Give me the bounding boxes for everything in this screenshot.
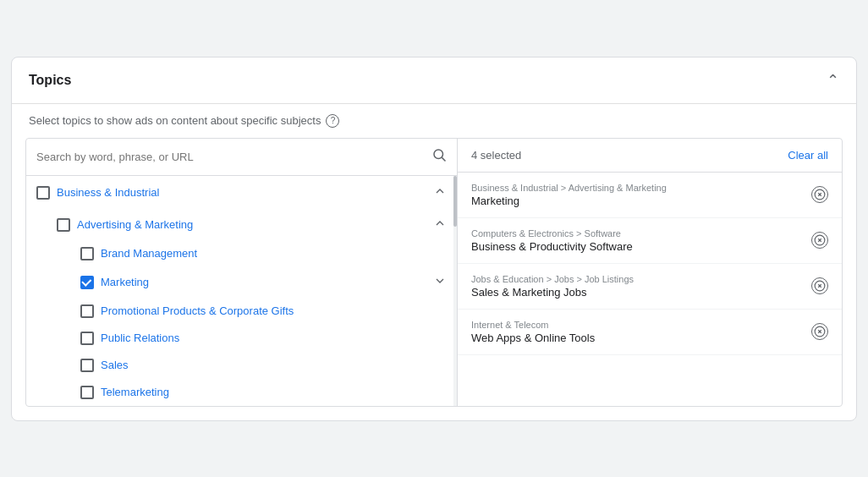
clear-all-button[interactable]: Clear all [788, 149, 828, 162]
name-software: Business & Productivity Software [471, 240, 805, 253]
breadcrumb-marketing: Business & Industrial > Advertising & Ma… [471, 183, 805, 193]
tree-item-telemarketing[interactable]: Telemarketing [26, 379, 457, 406]
tree-item-marketing[interactable]: Marketing [26, 267, 457, 298]
selected-item-jobs: Jobs & Education > Jobs > Job Listings S… [458, 264, 842, 310]
scrollbar-track [453, 176, 457, 406]
tree-item-brand-management[interactable]: Brand Management [26, 240, 457, 267]
panel-title: Topics [29, 73, 71, 88]
selected-item-software: Computers & Electronics > Software Busin… [458, 218, 842, 264]
breadcrumb-software: Computers & Electronics > Software [471, 228, 805, 238]
checkbox-telemarketing[interactable] [80, 386, 94, 399]
tree-item-public-relations[interactable]: Public Relations [26, 325, 457, 352]
label-business-industrial: Business & Industrial [57, 186, 426, 199]
left-panel: Business & Industrial Advertising & Mark… [26, 139, 458, 406]
help-icon[interactable]: ? [326, 114, 339, 128]
topics-panel: Topics ⌃ Select topics to show ads on co… [11, 57, 857, 421]
selected-item-marketing: Business & Industrial > Advertising & Ma… [458, 173, 842, 218]
selected-item-webapps: Internet & Telecom Web Apps & Online Too… [458, 310, 842, 355]
panel-subtitle: Select topics to show ads on content abo… [12, 104, 856, 138]
chevron-up-business-industrial[interactable] [433, 184, 447, 201]
checkbox-promotional-products[interactable] [80, 304, 94, 318]
svg-line-1 [442, 157, 445, 161]
label-sales: Sales [101, 359, 447, 371]
selected-items-list: Business & Industrial > Advertising & Ma… [458, 173, 842, 355]
name-jobs: Sales & Marketing Jobs [471, 286, 805, 299]
checkbox-marketing[interactable] [80, 276, 94, 289]
selected-item-webapps-text: Internet & Telecom Web Apps & Online Too… [471, 320, 805, 344]
label-brand-management: Brand Management [101, 247, 447, 260]
tree-item-advertising-marketing[interactable]: Advertising & Marketing [26, 210, 457, 240]
search-input[interactable] [36, 151, 425, 163]
selected-item-jobs-text: Jobs & Education > Jobs > Job Listings S… [471, 274, 805, 299]
selected-count: 4 selected [471, 149, 521, 162]
label-advertising-marketing: Advertising & Marketing [77, 218, 426, 231]
label-telemarketing: Telemarketing [101, 386, 447, 398]
chevron-down-marketing[interactable] [433, 274, 447, 291]
breadcrumb-webapps: Internet & Telecom [471, 320, 805, 330]
checkbox-sales[interactable] [80, 359, 94, 372]
remove-marketing-button[interactable] [811, 186, 828, 203]
tree-area: Business & Industrial Advertising & Mark… [26, 176, 457, 406]
svg-point-0 [434, 150, 443, 159]
selected-item-marketing-text: Business & Industrial > Advertising & Ma… [471, 183, 805, 207]
selected-item-software-text: Computers & Electronics > Software Busin… [471, 228, 805, 253]
name-webapps: Web Apps & Online Tools [471, 332, 805, 344]
content-area: Business & Industrial Advertising & Mark… [25, 138, 843, 407]
chevron-up-advertising-marketing[interactable] [433, 217, 447, 233]
remove-webapps-button[interactable] [811, 323, 828, 340]
name-marketing: Marketing [471, 195, 805, 207]
panel-header: Topics ⌃ [12, 58, 856, 104]
checkbox-business-industrial[interactable] [36, 186, 50, 200]
checkbox-public-relations[interactable] [80, 332, 94, 345]
scrollbar-thumb[interactable] [453, 176, 457, 227]
breadcrumb-jobs: Jobs & Education > Jobs > Job Listings [471, 274, 805, 284]
label-marketing: Marketing [101, 276, 426, 288]
search-box [26, 139, 457, 176]
checkbox-brand-management[interactable] [80, 247, 94, 260]
right-panel: 4 selected Clear all Business & Industri… [458, 139, 842, 406]
search-icon [431, 147, 447, 167]
collapse-icon[interactable]: ⌃ [827, 71, 839, 90]
label-promotional-products: Promotional Products & Corporate Gifts [101, 304, 447, 317]
tree-item-promotional-products[interactable]: Promotional Products & Corporate Gifts [26, 298, 457, 325]
remove-jobs-button[interactable] [811, 277, 828, 294]
label-public-relations: Public Relations [101, 332, 447, 344]
right-header: 4 selected Clear all [458, 139, 842, 173]
remove-software-button[interactable] [811, 232, 828, 249]
checkbox-advertising-marketing[interactable] [57, 218, 70, 232]
tree-item-sales[interactable]: Sales [26, 352, 457, 379]
subtitle-text: Select topics to show ads on content abo… [29, 114, 321, 127]
tree-item-business-industrial[interactable]: Business & Industrial [26, 176, 457, 210]
